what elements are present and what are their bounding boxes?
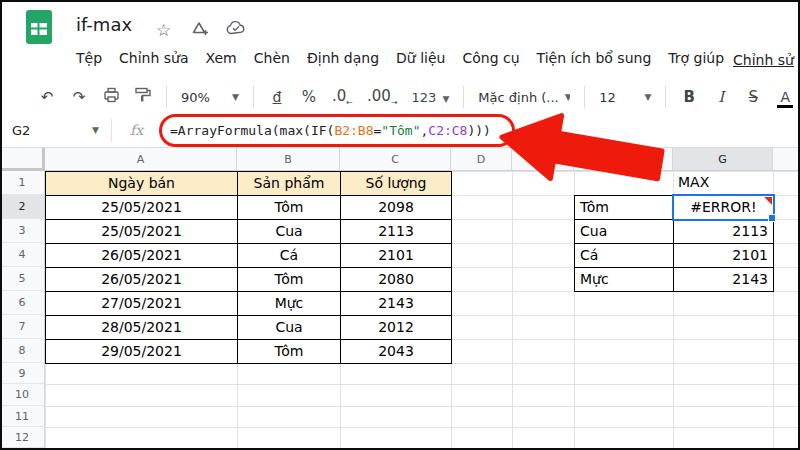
cell-F4[interactable]: Cá: [574, 243, 674, 268]
column-header-A[interactable]: A: [45, 148, 237, 171]
cell-C4[interactable]: 2101: [340, 243, 452, 268]
gridline-horizontal: [45, 384, 799, 385]
row-header-10[interactable]: 10: [0, 384, 45, 406]
column-header-partial[interactable]: [773, 148, 799, 171]
cell-B4[interactable]: Cá: [237, 243, 341, 268]
cell-F3[interactable]: Cua: [574, 219, 674, 244]
cell-B1[interactable]: Sản phẩm: [237, 171, 341, 196]
gridline-horizontal: [45, 406, 799, 407]
cell-A8[interactable]: 29/05/2021: [45, 339, 238, 364]
select-all-corner[interactable]: [0, 148, 45, 171]
cell-A3[interactable]: 25/05/2021: [45, 219, 238, 244]
cell-C7[interactable]: 2012: [340, 315, 452, 340]
cell-B6[interactable]: Mực: [237, 291, 341, 316]
gridline-horizontal: [45, 448, 799, 449]
row-header-1[interactable]: 1: [0, 171, 45, 195]
cell-G1[interactable]: MAX: [673, 171, 774, 196]
cell-G2[interactable]: #ERROR!: [673, 195, 774, 220]
row-header-9[interactable]: 9: [0, 363, 45, 384]
cell-A1[interactable]: Ngày bán: [45, 171, 238, 196]
column-header-B[interactable]: B: [237, 148, 340, 171]
error-corner-marker: [764, 197, 772, 205]
cell-B3[interactable]: Cua: [237, 219, 341, 244]
cell-G4[interactable]: 2101: [673, 243, 774, 268]
cell-A2[interactable]: 25/05/2021: [45, 195, 238, 220]
row-header-8[interactable]: 8: [0, 339, 45, 363]
row-header-11[interactable]: 11: [0, 406, 45, 427]
row-header-3[interactable]: 3: [0, 219, 45, 243]
cell-G3[interactable]: 2113: [673, 219, 774, 244]
fill-handle[interactable]: [768, 214, 776, 222]
cell-B8[interactable]: Tôm: [237, 339, 341, 364]
column-header-C[interactable]: C: [340, 148, 451, 171]
column-header-G[interactable]: G: [673, 148, 773, 171]
cell-A7[interactable]: 28/05/2021: [45, 315, 238, 340]
row-header-2[interactable]: 2: [0, 195, 45, 219]
column-header-D[interactable]: D: [451, 148, 512, 171]
column-header-E[interactable]: E: [512, 148, 574, 171]
cell-A4[interactable]: 26/05/2021: [45, 243, 238, 268]
cell-B5[interactable]: Tôm: [237, 267, 341, 292]
row-header-12[interactable]: 12: [0, 427, 45, 448]
cell-C3[interactable]: 2113: [340, 219, 452, 244]
cell-B7[interactable]: Cua: [237, 315, 341, 340]
row-header-6[interactable]: 6: [0, 291, 45, 315]
column-header-F[interactable]: F: [574, 148, 673, 171]
row-header-7[interactable]: 7: [0, 315, 45, 339]
cell-C1[interactable]: Số lượng: [340, 171, 452, 196]
gridline-horizontal: [45, 427, 799, 428]
cell-F5[interactable]: Mực: [574, 267, 674, 292]
cell-C6[interactable]: 2143: [340, 291, 452, 316]
cell-F2[interactable]: Tôm: [574, 195, 674, 220]
cell-B2[interactable]: Tôm: [237, 195, 341, 220]
row-header-4[interactable]: 4: [0, 243, 45, 267]
cell-A5[interactable]: 26/05/2021: [45, 267, 238, 292]
cell-G5[interactable]: 2143: [673, 267, 774, 292]
cell-A6[interactable]: 27/05/2021: [45, 291, 238, 316]
cell-C8[interactable]: 2043: [340, 339, 452, 364]
cell-C5[interactable]: 2080: [340, 267, 452, 292]
spreadsheet-grid: ABCDEFG123456789101112Ngày bánSản phẩmSố…: [0, 0, 800, 450]
row-header-5[interactable]: 5: [0, 267, 45, 291]
cell-C2[interactable]: 2098: [340, 195, 452, 220]
